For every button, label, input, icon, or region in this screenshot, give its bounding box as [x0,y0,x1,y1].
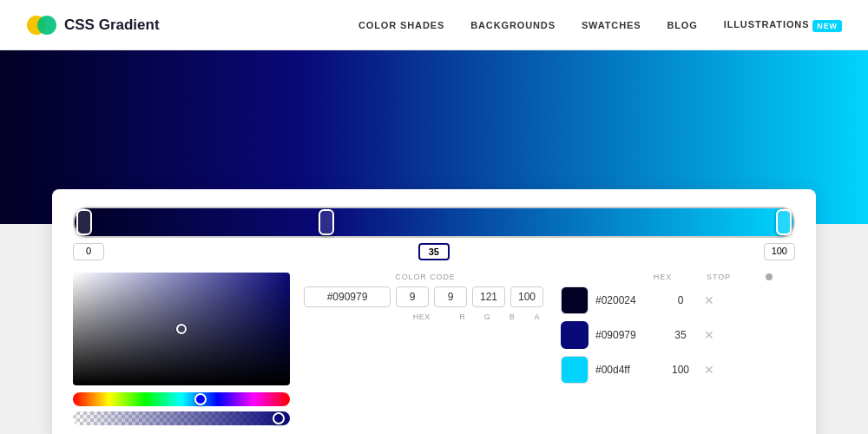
gradient-slider-section: 0 35 100 [73,207,795,260]
nav-illustrations[interactable]: IllustrationsNEW [724,19,842,30]
bottom-row: Color Code HEX R G B A HEX STOP [73,273,795,425]
swatches-header: HEX STOP [561,273,795,281]
swatch-dot [766,273,773,280]
slider-handle-35[interactable] [319,209,334,235]
swatch-row-1: #090979 35 ✕ [561,321,795,349]
swatch-stop-0: 0 [667,294,694,306]
nav-backgrounds[interactable]: Backgrounds [470,20,556,30]
swatch-color-1[interactable] [561,321,589,349]
stop-col-label: STOP [707,273,731,281]
logo-icon [26,10,57,41]
swatch-delete-0[interactable]: ✕ [700,293,718,307]
g-input[interactable] [434,286,467,307]
swatches-area: HEX STOP #020024 0 ✕ #090979 35 ✕ #00 [561,273,795,391]
swatch-stop-2: 100 [667,364,694,376]
stop-label-0[interactable]: 0 [73,243,104,260]
swatch-row-2: #00d4ff 100 ✕ [561,356,795,384]
main-panel: 0 35 100 Color Code [52,189,816,434]
swatch-hex-2: #00d4ff [595,364,661,376]
color-canvas[interactable] [73,273,290,385]
b-label: B [503,312,523,321]
gradient-slider-track[interactable] [73,207,795,238]
hex-label: HEX [396,312,448,321]
r-label: R [453,312,473,321]
swatch-color-0[interactable] [561,286,589,314]
logo-area: CSS Gradient [26,10,160,41]
g-label: G [477,312,497,321]
slider-handle-100[interactable] [776,209,792,235]
swatch-stop-1: 35 [667,329,694,341]
main-nav: Color Shades Backgrounds Swatches Blog I… [358,19,842,30]
color-code-area: Color Code HEX R G B A [304,273,547,321]
r-input[interactable] [396,286,429,307]
hex-input[interactable] [304,286,391,307]
swatch-hex-0: #020024 [595,294,661,306]
color-code-label: Color Code [304,273,547,281]
b-input[interactable] [472,286,505,307]
slider-handle-0[interactable] [76,209,92,235]
alpha-slider[interactable] [73,411,290,425]
swatch-delete-2[interactable]: ✕ [700,363,718,377]
color-code-row [304,286,547,307]
nav-swatches[interactable]: Swatches [582,20,641,30]
hex-col-label: HEX [654,273,672,281]
canvas-cursor [176,324,187,334]
stop-labels: 0 35 100 [73,243,795,260]
hue-thumb [194,393,207,405]
svg-point-1 [37,16,56,35]
swatch-delete-1[interactable]: ✕ [700,328,718,342]
stop-label-100[interactable]: 100 [764,243,795,260]
new-badge: NEW [812,20,842,32]
stop-label-35[interactable]: 35 [418,243,450,260]
a-input[interactable] [510,286,543,307]
swatch-color-2[interactable] [561,356,589,384]
alpha-thumb [273,412,285,424]
header: CSS Gradient Color Shades Backgrounds Sw… [0,0,868,50]
swatch-row-0: #020024 0 ✕ [561,286,795,314]
color-picker-area [73,273,290,425]
nav-blog[interactable]: Blog [667,20,697,30]
nav-color-shades[interactable]: Color Shades [358,20,444,30]
logo-title: CSS Gradient [64,16,160,34]
a-label: A [527,312,547,321]
rgba-labels: HEX R G B A [304,312,547,321]
hue-slider[interactable] [73,392,290,406]
swatch-hex-1: #090979 [595,329,661,341]
